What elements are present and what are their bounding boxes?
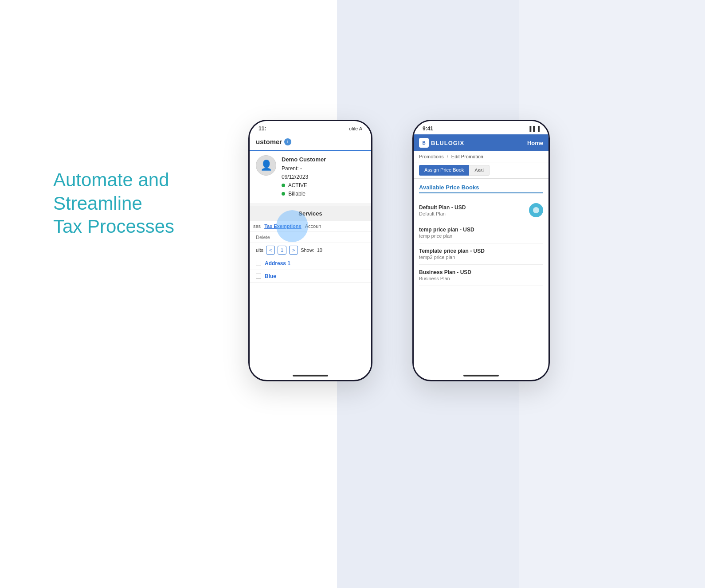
page-current[interactable]: 1	[278, 246, 286, 255]
list-item-address[interactable]: Address 1	[250, 257, 371, 270]
checkbox-address[interactable]	[256, 261, 261, 266]
customer-details: Demo Customer Parent: - 09/12/2023 ACTIV…	[282, 155, 326, 199]
avatar: 👤	[256, 155, 276, 176]
customer-name: Demo Customer	[282, 155, 326, 165]
status-active: ACTIVE	[282, 181, 326, 190]
home-link[interactable]: Home	[527, 140, 543, 146]
price-book-name-business: Business Plan - USD	[419, 269, 471, 275]
status-billable: Billable	[282, 190, 326, 198]
customer-title: ustomer i	[256, 138, 365, 145]
phone2-container: 9:41 ▐▐ ▐ B BLULOGIX Home Promotions / E…	[412, 120, 550, 381]
radio-button-default[interactable]	[529, 203, 543, 217]
tab-assign-inactive[interactable]: Assi	[469, 165, 490, 176]
price-book-item-business[interactable]: Business Plan - USD Business Plan	[419, 265, 543, 286]
price-book-info-temp: temp price plan - USD temp price plan	[419, 227, 474, 239]
phone2-status: ▐▐ ▐	[528, 126, 540, 131]
phone2: 9:41 ▐▐ ▐ B BLULOGIX Home Promotions / E…	[412, 120, 550, 381]
show-value: 10	[317, 247, 322, 253]
phone2-home-indicator	[463, 375, 499, 376]
phone2-top-bar: 9:41 ▐▐ ▐	[414, 121, 548, 134]
list-item-blue[interactable]: Blue	[250, 270, 371, 283]
price-book-name-temp: temp price plan - USD	[419, 227, 474, 233]
user-icon: 👤	[260, 160, 272, 171]
breadcrumb-parent[interactable]: Promotions	[419, 154, 444, 159]
tab-tax-exemptions[interactable]: Tax Exemptions	[264, 223, 302, 229]
customer-info-block: 👤 Demo Customer Parent: - 09/12/2023 ACT…	[250, 151, 371, 203]
delete-button[interactable]: Delete	[256, 235, 270, 240]
phone1: 11: ofile A ustomer i 👤 Demo Customer Pa…	[248, 120, 372, 381]
price-book-info-template: Template price plan - USD temp2 price pl…	[419, 248, 485, 260]
services-title: Services	[298, 210, 322, 217]
results-label: ults	[256, 247, 263, 253]
action-row: Delete	[250, 232, 371, 243]
price-book-name-default: Default Plan - USD	[419, 204, 466, 211]
tab-assign-price-book[interactable]: Assign Price Book	[419, 165, 469, 176]
price-book-item-default[interactable]: Default Plan - USD Default Plan	[419, 199, 543, 222]
logo-text: BLULOGIX	[431, 140, 464, 146]
phone1-time: 11:	[258, 125, 266, 132]
price-book-info-default: Default Plan - USD Default Plan	[419, 204, 466, 216]
price-book-info-business: Business Plan - USD Business Plan	[419, 269, 471, 281]
breadcrumb-separator: /	[447, 154, 448, 159]
phone1-status: ofile A	[349, 126, 362, 131]
checkbox-blue[interactable]	[256, 274, 261, 279]
heading-line2: Tax Processes	[53, 216, 174, 237]
info-icon: i	[284, 138, 291, 145]
left-text-block: Automate and Streamline Tax Processes	[53, 169, 239, 239]
phone1-top-bar: 11: ofile A	[250, 121, 371, 134]
phone1-home-indicator	[293, 375, 328, 376]
page-prev-button[interactable]: <	[266, 246, 275, 255]
pagination-row: ults < 1 > Show: 10	[250, 243, 371, 257]
billable-dot	[282, 192, 285, 196]
parent-label: Parent: -	[282, 165, 326, 173]
page-next-button[interactable]: >	[289, 246, 298, 255]
phone2-time: 9:41	[423, 125, 433, 132]
price-book-sub-template: temp2 price plan	[419, 255, 485, 260]
billable-label: Billable	[288, 191, 306, 197]
price-book-name-template: Template price plan - USD	[419, 248, 485, 254]
active-dot	[282, 184, 285, 187]
price-book-item-template[interactable]: Template price plan - USD temp2 price pl…	[419, 243, 543, 265]
breadcrumb-current: Edit Promotion	[451, 154, 483, 159]
available-price-books-title: Available Price Books	[419, 184, 543, 193]
price-book-sub-business: Business Plan	[419, 276, 471, 281]
blulogix-header: B BLULOGIX Home	[414, 134, 548, 151]
logo-icon: B	[419, 138, 429, 148]
heading-line1: Automate and Streamline	[53, 169, 169, 214]
active-label: ACTIVE	[288, 182, 307, 188]
customer-date: 09/12/2023	[282, 173, 326, 181]
breadcrumb-bar: Promotions / Edit Promotion	[414, 151, 548, 162]
price-book-sub-temp: temp price plan	[419, 233, 474, 239]
phone1-content: ustomer i 👤 Demo Customer Parent: - 09/1…	[250, 134, 371, 283]
blue-link[interactable]: Blue	[265, 273, 276, 279]
price-book-item-temp[interactable]: temp price plan - USD temp price plan	[419, 222, 543, 243]
price-books-section: Available Price Books Default Plan - USD…	[414, 179, 548, 291]
tab-buttons: Assign Price Book Assi	[414, 162, 548, 179]
customer-header: ustomer i	[250, 134, 371, 151]
price-book-sub-default: Default Plan	[419, 211, 466, 216]
main-heading: Automate and Streamline Tax Processes	[53, 169, 239, 239]
address-link[interactable]: Address 1	[265, 260, 290, 267]
tab-account[interactable]: Accoun	[305, 223, 321, 229]
tab-services[interactable]: ses	[253, 223, 261, 229]
blulogix-logo: B BLULOGIX	[419, 138, 464, 148]
customer-section-label: ustomer	[256, 138, 282, 145]
tabs-row[interactable]: ses Tax Exemptions Accoun	[250, 221, 371, 232]
services-section: Services	[250, 206, 371, 221]
show-label: Show:	[301, 247, 314, 253]
phone1-container: 11: ofile A ustomer i 👤 Demo Customer Pa…	[248, 120, 372, 381]
radio-inner-default	[533, 207, 539, 213]
